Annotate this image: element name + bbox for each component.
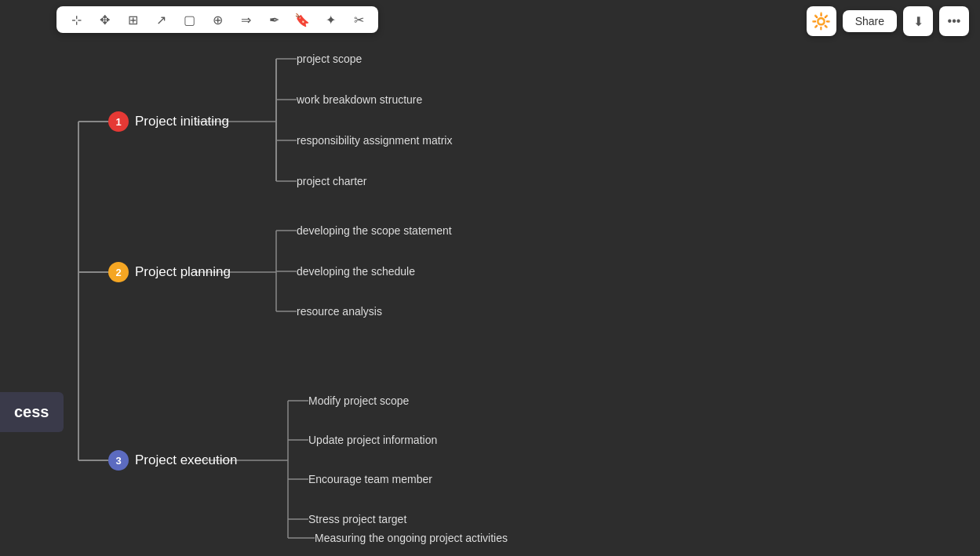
leaf-stress-target: Stress project target [308,513,406,525]
frame-icon[interactable]: ▢ [180,11,198,28]
node-execution[interactable]: 3 Project execution [108,450,237,471]
leaf-schedule: developing the schedule [297,265,415,278]
download-button[interactable]: ⬇ [903,6,933,36]
sparkle-icon[interactable]: ✦ [322,11,339,28]
bookmark-icon[interactable]: 🔖 [293,11,311,28]
leaf-modify-scope: Modify project scope [308,394,409,407]
more-options-button[interactable]: ••• [939,6,969,36]
add-icon[interactable]: ⊕ [209,11,226,28]
leaf-project-charter: project charter [297,175,366,187]
share-button[interactable]: Share [843,10,897,32]
select-icon[interactable]: ⊹ [67,11,85,28]
label-initiating: Project initiating [135,114,229,129]
left-label: cess [0,392,64,432]
leaf-work-breakdown: work breakdown structure [297,93,422,106]
label-planning: Project planning [135,264,231,280]
toolbar: ⊹ ✥ ⊞ ↗ ▢ ⊕ ⇒ ✒ 🔖 ✦ ✂ [56,6,378,33]
leaf-measuring-activities: Measuring the ongoing project activities [315,532,508,544]
leaf-resource-analysis: resource analysis [297,305,382,318]
badge-planning: 2 [108,262,129,282]
arrow-icon[interactable]: ⇒ [237,11,254,28]
pointer-icon[interactable]: ↗ [152,11,169,28]
leaf-responsibility-matrix: responsibility assignment matrix [297,134,452,147]
logo-button[interactable]: 🔆 [807,6,836,36]
leaf-scope-statement: developing the scope statement [297,224,452,237]
leaf-update-info: Update project information [308,434,437,446]
leaf-project-scope: project scope [297,53,362,65]
pen-icon[interactable]: ✒ [265,11,282,28]
node-planning[interactable]: 2 Project planning [108,262,231,282]
connect-icon[interactable]: ⊞ [124,11,141,28]
top-right-controls: 🔆 Share ⬇ ••• [807,6,969,36]
hand-icon[interactable]: ✥ [96,11,113,28]
badge-initiating: 1 [108,111,129,132]
label-execution: Project execution [135,452,237,468]
badge-execution: 3 [108,450,129,471]
node-initiating[interactable]: 1 Project initiating [108,111,229,132]
magnet-icon[interactable]: ✂ [350,11,367,28]
leaf-encourage-team: Encourage team member [308,473,432,485]
